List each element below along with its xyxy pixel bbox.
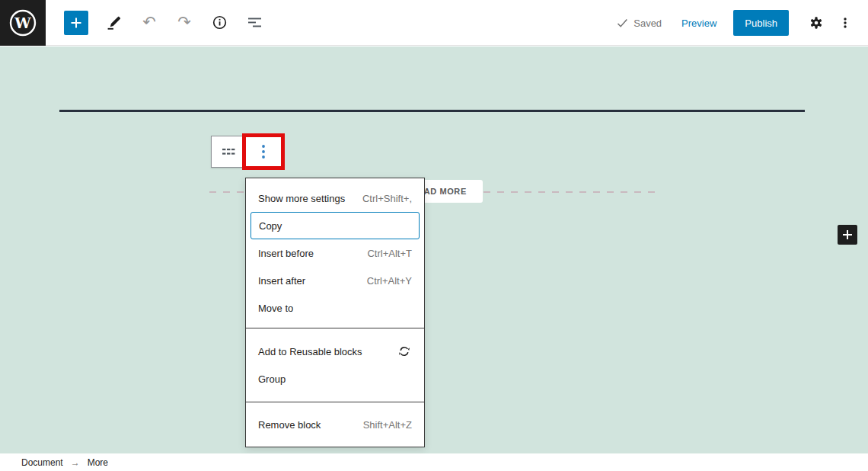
details-button[interactable] <box>210 14 228 32</box>
saved-label: Saved <box>633 18 662 29</box>
more-tools-button[interactable] <box>836 14 854 32</box>
breadcrumb-current-more[interactable]: More <box>88 457 108 468</box>
edit-mode-button[interactable] <box>105 14 123 32</box>
menu-item-show-more-settings[interactable]: Show more settings Ctrl+Shift+, <box>246 184 424 212</box>
undo-icon: ↶ <box>142 14 156 30</box>
block-options-kebab-icon <box>257 143 270 160</box>
preview-button[interactable]: Preview <box>681 18 716 29</box>
redo-button[interactable]: ↷ <box>175 14 193 32</box>
settings-button[interactable] <box>807 14 825 32</box>
pencil-icon <box>107 14 123 30</box>
shortcut-label: Ctrl+Alt+T <box>367 248 412 259</box>
menu-item-insert-before[interactable]: Insert before Ctrl+Alt+T <box>246 239 424 267</box>
menu-item-group[interactable]: Group <box>246 365 424 392</box>
publish-button[interactable]: Publish <box>733 10 789 36</box>
kebab-menu-icon <box>838 16 852 30</box>
menu-item-add-to-reusable-blocks[interactable]: Add to Reusable blocks <box>246 338 424 365</box>
menu-group-1: Show more settings Ctrl+Shift+, Copy Ins… <box>246 178 424 328</box>
wordpress-logo-button[interactable]: W <box>0 0 46 46</box>
undo-button[interactable]: ↶ <box>140 14 158 32</box>
wordpress-icon: W <box>8 8 37 37</box>
info-icon <box>212 14 228 30</box>
breadcrumb-document[interactable]: Document <box>21 457 63 468</box>
gear-icon <box>808 14 825 31</box>
menu-group-3: Remove block Shift+Alt+Z <box>246 402 424 447</box>
menu-item-move-to[interactable]: Move to <box>246 294 424 322</box>
sidebar-inserter-button[interactable] <box>838 225 857 245</box>
block-breadcrumb-bar: Document → More <box>0 453 868 471</box>
breadcrumb-arrow-icon: → <box>71 457 80 468</box>
plus-icon <box>842 229 853 240</box>
editor-header: W ↶ ↷ <box>0 0 868 46</box>
drag-handle-icon <box>222 148 235 156</box>
shortcut-label: Ctrl+Alt+Y <box>367 275 412 287</box>
header-left-toolbar: ↶ ↷ <box>64 11 263 35</box>
add-block-button[interactable] <box>64 11 88 35</box>
block-drag-handle[interactable] <box>211 136 246 168</box>
saved-status: Saved <box>617 18 662 29</box>
list-view-button[interactable] <box>245 14 263 32</box>
plus-icon <box>69 16 83 30</box>
list-view-icon <box>247 15 262 30</box>
title-separator-line <box>59 110 805 112</box>
gutenberg-editor: W ↶ ↷ <box>0 0 868 471</box>
menu-group-2: Add to Reusable blocks Group <box>246 328 424 402</box>
shortcut-label: Ctrl+Shift+, <box>362 193 412 204</box>
reusable-block-icon <box>397 344 412 359</box>
menu-item-insert-after[interactable]: Insert after Ctrl+Alt+Y <box>246 267 424 294</box>
annotation-red-box <box>242 133 285 170</box>
block-options-button[interactable] <box>246 137 281 166</box>
header-right-toolbar: Saved Preview Publish <box>617 0 854 46</box>
editor-canvas: READ MORE Show more settings <box>0 46 868 453</box>
svg-text:W: W <box>14 14 31 31</box>
redo-icon: ↷ <box>177 14 191 30</box>
block-options-menu: Show more settings Ctrl+Shift+, Copy Ins… <box>245 178 425 447</box>
shortcut-label: Shift+Alt+Z <box>363 419 412 431</box>
menu-item-remove-block[interactable]: Remove block Shift+Alt+Z <box>246 411 424 438</box>
check-icon <box>617 18 628 28</box>
menu-item-copy[interactable]: Copy <box>251 212 420 239</box>
